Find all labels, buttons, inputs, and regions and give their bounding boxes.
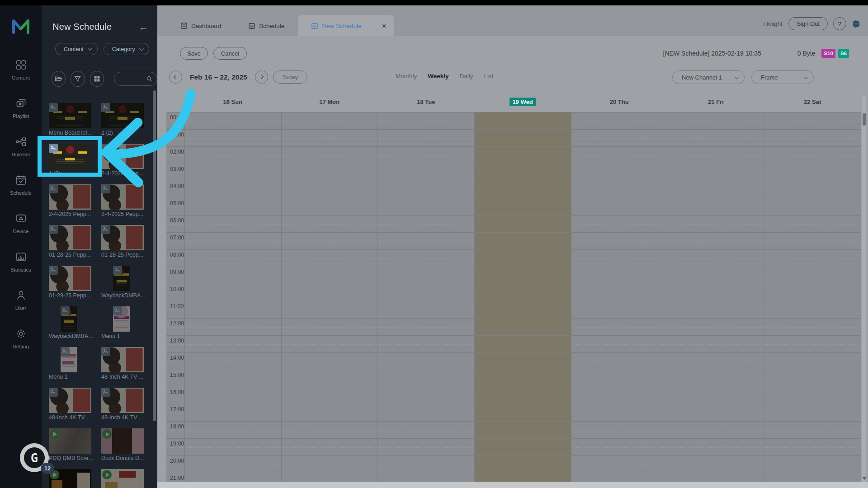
calendar-cell[interactable] <box>668 387 764 404</box>
calendar-cell[interactable] <box>184 113 281 129</box>
calendar-cell[interactable] <box>764 130 861 146</box>
calendar-cell[interactable] <box>668 216 764 232</box>
calendar-cell[interactable] <box>571 422 668 438</box>
calendar-cell[interactable] <box>377 216 474 232</box>
calendar-cell[interactable] <box>571 370 668 387</box>
sidebar-item-setting[interactable]: Setting <box>0 328 42 349</box>
calendar-cell[interactable] <box>668 250 764 267</box>
calendar-cell[interactable] <box>571 336 668 352</box>
calendar-cell[interactable] <box>281 130 378 146</box>
calendar-cell[interactable] <box>474 336 571 352</box>
calendar-cell[interactable] <box>571 439 668 455</box>
calendar-cell[interactable] <box>184 198 281 215</box>
calendar-cell[interactable] <box>184 353 281 370</box>
calendar-cell[interactable] <box>474 198 571 215</box>
content-thumbnail[interactable] <box>113 266 130 291</box>
prev-week-button[interactable] <box>169 70 182 84</box>
sidebar-item-schedule[interactable]: Schedule <box>0 174 42 196</box>
calendar-cell[interactable] <box>281 473 378 482</box>
calendar-cell[interactable] <box>184 267 281 284</box>
calendar-cell[interactable] <box>571 164 668 181</box>
calendar-cell[interactable] <box>474 284 571 301</box>
calendar-cell[interactable] <box>377 284 474 301</box>
next-week-button[interactable] <box>255 70 268 84</box>
calendar-cell[interactable] <box>281 113 378 129</box>
sidebar-item-ruleset[interactable]: RuleSet <box>0 136 42 157</box>
calendar-cell[interactable] <box>474 319 571 335</box>
calendar-cell[interactable] <box>668 404 764 421</box>
content-thumbnail[interactable] <box>61 306 77 332</box>
content-thumbnail[interactable] <box>101 469 144 488</box>
cancel-button[interactable]: Cancel <box>213 47 247 60</box>
content-thumbnail[interactable] <box>49 184 91 210</box>
calendar-cell[interactable] <box>668 198 764 215</box>
calendar-cell[interactable] <box>474 164 571 181</box>
grid-view-icon[interactable] <box>90 71 104 87</box>
calendar-cell[interactable] <box>377 147 474 164</box>
globe-icon[interactable] <box>852 19 861 28</box>
calendar-cell[interactable] <box>184 473 281 482</box>
calendar-cell[interactable] <box>184 404 281 421</box>
frame-select[interactable]: Frame <box>751 70 814 84</box>
calendar-cell[interactable] <box>571 404 668 421</box>
calendar-cell[interactable] <box>668 353 764 370</box>
calendar-cell[interactable] <box>474 387 571 404</box>
calendar-cell[interactable] <box>571 147 668 164</box>
content-thumbnail[interactable] <box>49 225 91 250</box>
sidebar-item-user[interactable]: User <box>0 289 42 311</box>
calendar-cell[interactable] <box>281 319 378 335</box>
calendar-cell[interactable] <box>184 387 281 404</box>
calendar-cell[interactable] <box>184 233 281 249</box>
calendar-cell[interactable] <box>474 113 571 129</box>
calendar-cell[interactable] <box>281 198 378 215</box>
calendar-cell[interactable] <box>377 113 474 129</box>
calendar-cell[interactable] <box>377 404 474 421</box>
close-tab-icon[interactable]: × <box>382 22 386 30</box>
calendar-cell[interactable] <box>184 336 281 352</box>
calendar-cell[interactable] <box>474 370 571 387</box>
calendar-scrollbar[interactable] <box>862 95 866 482</box>
calendar-cell[interactable] <box>377 181 474 198</box>
calendar-cell[interactable] <box>764 422 861 438</box>
calendar-cell[interactable] <box>377 267 474 284</box>
calendar-cell[interactable] <box>184 439 281 455</box>
calendar-cell[interactable] <box>668 130 764 146</box>
calendar-cell[interactable] <box>474 147 571 164</box>
calendar-cell[interactable] <box>474 267 571 284</box>
content-thumbnail[interactable] <box>49 428 91 454</box>
calendar-cell[interactable] <box>571 198 668 215</box>
tab-schedule[interactable]: Schedule <box>235 15 298 36</box>
calendar-cell[interactable] <box>571 473 668 482</box>
calendar-cell[interactable] <box>668 267 764 284</box>
content-filter-dropdown[interactable]: Content <box>55 43 98 55</box>
calendar-cell[interactable] <box>281 456 378 473</box>
sign-out-button[interactable]: Sign Out <box>788 17 828 30</box>
calendar-cell[interactable] <box>377 301 474 318</box>
calendar-cell[interactable] <box>281 164 378 181</box>
calendar-cell[interactable] <box>281 250 378 267</box>
calendar-cell[interactable] <box>668 422 764 438</box>
save-button[interactable]: Save <box>180 47 208 60</box>
guide-widget[interactable]: G 12 <box>20 443 49 472</box>
calendar-cell[interactable] <box>184 216 281 232</box>
calendar-cell[interactable] <box>184 456 281 473</box>
calendar-cell[interactable] <box>377 439 474 455</box>
calendar-cell[interactable] <box>571 216 668 232</box>
calendar-cell[interactable] <box>474 250 571 267</box>
calendar-cell[interactable] <box>571 353 668 370</box>
calendar-cell[interactable] <box>474 130 571 146</box>
calendar-cell[interactable] <box>571 301 668 318</box>
calendar-cell[interactable] <box>281 422 378 438</box>
calendar-cell[interactable] <box>474 216 571 232</box>
calendar-cell[interactable] <box>764 336 861 352</box>
content-thumbnail[interactable] <box>101 347 144 372</box>
sidebar-item-device[interactable]: Device <box>0 212 42 234</box>
calendar-cell[interactable] <box>281 233 378 249</box>
help-button[interactable]: ? <box>833 17 846 30</box>
calendar-cell[interactable] <box>764 456 861 473</box>
folder-open-icon[interactable] <box>52 71 66 87</box>
tab-dashboard[interactable]: Dashboard <box>167 15 235 36</box>
calendar-cell[interactable] <box>668 439 764 455</box>
calendar-cell[interactable] <box>668 113 764 129</box>
calendar-cell[interactable] <box>377 456 474 473</box>
